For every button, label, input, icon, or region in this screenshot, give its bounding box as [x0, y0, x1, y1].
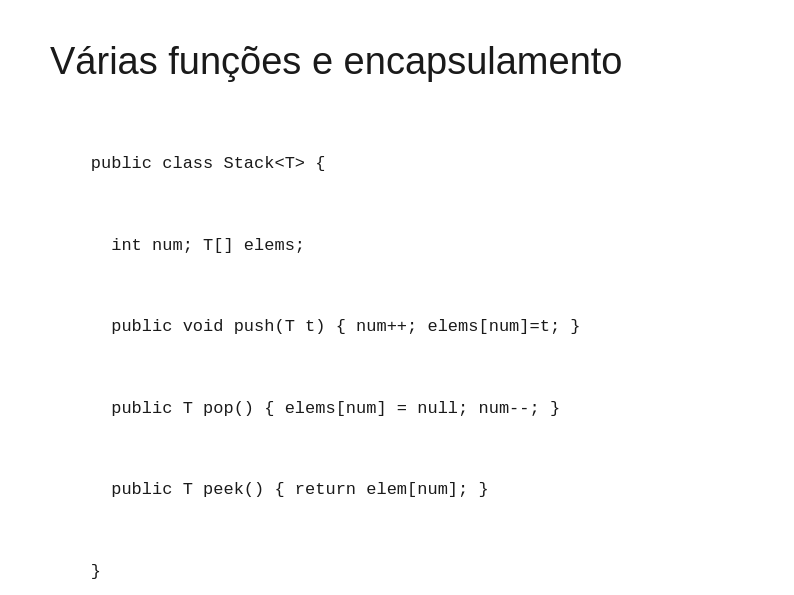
- code-line-4: public T pop() { elems[num] = null; num-…: [91, 399, 560, 418]
- code-line-5: public T peek() { return elem[num]; }: [91, 480, 489, 499]
- slide-container: Várias funções e encapsulamento public c…: [0, 0, 794, 595]
- code-line-2: int num; T[] elems;: [91, 236, 305, 255]
- code-line-6: }: [91, 562, 101, 581]
- slide-title: Várias funções e encapsulamento: [50, 40, 744, 83]
- code-line-3: public void push(T t) { num++; elems[num…: [91, 317, 581, 336]
- code-line-1: public class Stack<T> {: [91, 154, 326, 173]
- code-block: public class Stack<T> { int num; T[] ele…: [50, 123, 744, 595]
